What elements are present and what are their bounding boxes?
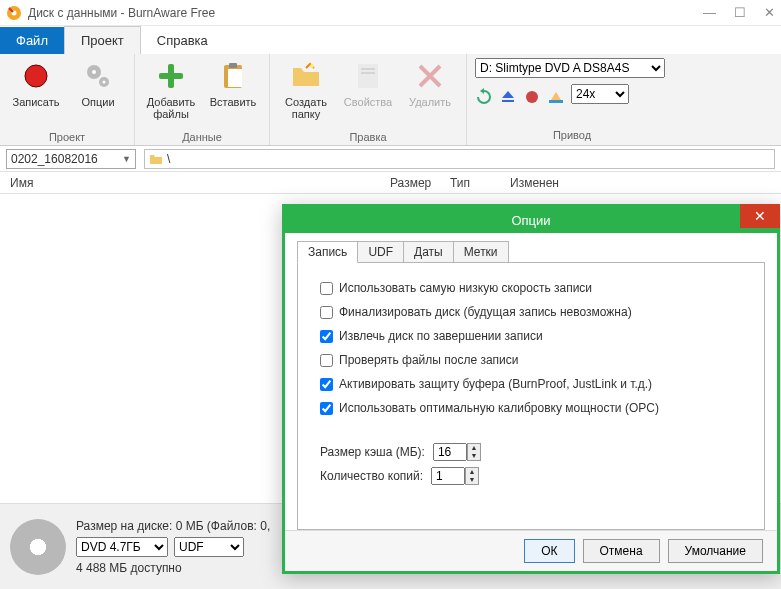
menu-project[interactable]: Проект	[64, 26, 141, 54]
dialog-buttons: ОК Отмена Умолчание	[285, 530, 777, 571]
info-icon[interactable]	[547, 88, 565, 106]
svg-rect-11	[228, 69, 242, 87]
cache-spinner[interactable]: ▲▼	[433, 443, 481, 461]
disc-size-line: Размер на диске: 0 МБ (Файлов: 0,	[76, 519, 270, 533]
options-dialog: Опции ✕ Запись UDF Даты Метки Использова…	[282, 204, 780, 574]
copies-label: Количество копий:	[320, 469, 423, 483]
group-project-label: Проект	[8, 129, 126, 143]
dialog-close-button[interactable]: ✕	[740, 204, 780, 228]
chevron-down-icon[interactable]: ▼	[468, 452, 480, 460]
record-button[interactable]: Записать	[8, 58, 64, 110]
opt-lowest-speed[interactable]: Использовать самую низкую скорость запис…	[320, 281, 742, 295]
project-combo[interactable]: 0202_16082016 ▼	[6, 149, 136, 169]
svg-rect-15	[361, 68, 375, 70]
fs-select[interactable]: UDF	[174, 537, 244, 557]
delete-button[interactable]: Удалить	[402, 58, 458, 110]
options-button[interactable]: Опции	[70, 58, 126, 110]
paste-button[interactable]: Вставить	[205, 58, 261, 110]
path-bar: 0202_16082016 ▼ \	[0, 146, 781, 172]
group-edit-label: Правка	[278, 129, 458, 143]
ok-button[interactable]: ОК	[524, 539, 574, 563]
path-box[interactable]: \	[144, 149, 775, 169]
refresh-icon[interactable]	[475, 88, 493, 106]
folder-icon	[149, 152, 163, 166]
plus-icon	[155, 60, 187, 92]
default-button[interactable]: Умолчание	[668, 539, 763, 563]
svg-point-7	[103, 81, 106, 84]
cache-label: Размер кэша (МБ):	[320, 445, 425, 459]
opt-verify[interactable]: Проверять файлы после записи	[320, 353, 742, 367]
group-drive-label: Привод	[475, 127, 669, 141]
properties-icon	[352, 60, 384, 92]
tab-labels[interactable]: Метки	[453, 241, 509, 263]
clipboard-icon	[217, 60, 249, 92]
add-files-button[interactable]: Добавить файлы	[143, 58, 199, 122]
drive-select[interactable]: D: Slimtype DVD A DS8A4S	[475, 58, 665, 78]
minimize-button[interactable]: —	[703, 5, 716, 20]
copies-spinner[interactable]: ▲▼	[431, 467, 479, 485]
copies-row: Количество копий: ▲▼	[320, 467, 742, 485]
record-icon	[20, 60, 52, 92]
svg-rect-12	[229, 63, 237, 68]
dialog-tabs: Запись UDF Даты Метки	[297, 241, 765, 263]
close-button[interactable]: ✕	[764, 5, 775, 20]
tab-dates[interactable]: Даты	[403, 241, 454, 263]
chevron-up-icon[interactable]: ▲	[468, 444, 480, 452]
opt-opc[interactable]: Использовать оптимальную калибровку мощн…	[320, 401, 742, 415]
ribbon: Записать Опции Проект Добавить файлы Вст…	[0, 54, 781, 146]
svg-point-13	[310, 64, 314, 68]
opt-bufferproof[interactable]: Активировать защиту буфера (BurnProof, J…	[320, 377, 742, 391]
delete-icon	[414, 60, 446, 92]
dialog-content: Использовать самую низкую скорость запис…	[297, 262, 765, 530]
list-header: Имя Размер Тип Изменен	[0, 172, 781, 194]
svg-rect-19	[549, 100, 563, 103]
chevron-down-icon[interactable]: ▼	[466, 476, 478, 484]
menu-help[interactable]: Справка	[141, 27, 224, 54]
col-name[interactable]: Имя	[0, 176, 380, 190]
cache-row: Размер кэша (МБ): ▲▼	[320, 443, 742, 461]
group-edit: Создать папку Свойства Удалить Правка	[270, 54, 467, 145]
tab-record[interactable]: Запись	[297, 241, 358, 263]
chevron-down-icon: ▼	[122, 154, 131, 164]
maximize-button[interactable]: ☐	[734, 5, 746, 20]
col-size[interactable]: Размер	[380, 176, 440, 190]
menu-file[interactable]: Файл	[0, 27, 64, 54]
make-folder-button[interactable]: Создать папку	[278, 58, 334, 122]
group-data-label: Данные	[143, 129, 261, 143]
group-project: Записать Опции Проект	[0, 54, 135, 145]
window-title: Диск с данными - BurnAware Free	[28, 6, 703, 20]
group-drive: D: Slimtype DVD A DS8A4S 24x Привод	[467, 54, 677, 145]
gear-icon	[82, 60, 114, 92]
svg-rect-9	[159, 73, 183, 79]
group-data: Добавить файлы Вставить Данные	[135, 54, 270, 145]
opt-finalize[interactable]: Финализировать диск (будущая запись нево…	[320, 305, 742, 319]
speed-select[interactable]: 24x	[571, 84, 629, 104]
chevron-up-icon[interactable]: ▲	[466, 468, 478, 476]
col-modified[interactable]: Изменен	[500, 176, 650, 190]
titlebar: Диск с данными - BurnAware Free — ☐ ✕	[0, 0, 781, 26]
cache-input[interactable]	[433, 443, 467, 461]
erase-icon[interactable]	[523, 88, 541, 106]
dialog-title: Опции ✕	[285, 207, 777, 233]
eject-icon[interactable]	[499, 88, 517, 106]
app-icon	[6, 5, 22, 21]
disc-icon	[10, 519, 66, 575]
col-type[interactable]: Тип	[440, 176, 500, 190]
menu-tabs: Файл Проект Справка	[0, 26, 781, 54]
svg-rect-17	[502, 100, 514, 102]
cancel-button[interactable]: Отмена	[583, 539, 660, 563]
svg-point-5	[92, 70, 96, 74]
opt-eject[interactable]: Извлечь диск по завершении записи	[320, 329, 742, 343]
tab-udf[interactable]: UDF	[357, 241, 404, 263]
svg-point-18	[526, 91, 538, 103]
copies-input[interactable]	[431, 467, 465, 485]
disc-type-select[interactable]: DVD 4.7ГБ	[76, 537, 168, 557]
properties-button[interactable]: Свойства	[340, 58, 396, 110]
svg-rect-14	[358, 64, 378, 88]
svg-rect-16	[361, 72, 375, 74]
folder-new-icon	[290, 60, 322, 92]
disc-available: 4 488 МБ доступно	[76, 561, 270, 575]
